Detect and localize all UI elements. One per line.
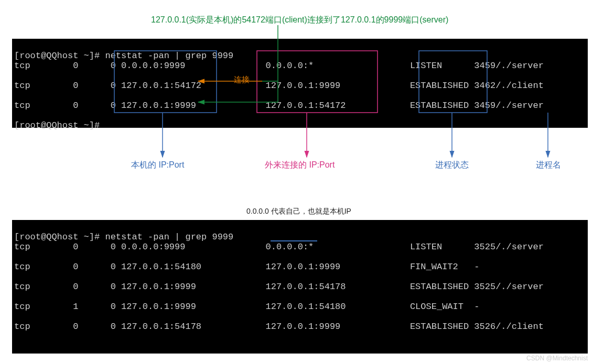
term1-row-0: tcp 0 0 0.0.0.0:9999 0.0.0.0:* LISTEN 34… (14, 61, 544, 71)
term2-row-0: tcp 0 0 0.0.0.0:9999 0.0.0.0:* LISTEN 35… (14, 242, 544, 252)
term2-row-1: tcp 0 0 127.0.0.1:54180 127.0.0.1:9999 F… (14, 262, 480, 272)
term2-row-4: tcp 0 0 127.0.0.1:54178 127.0.0.1:9999 E… (14, 322, 544, 332)
label-foreign-ipport: 外来连接的 IP:Port (265, 160, 335, 171)
term2-row-2: tcp 0 0 127.0.0.1:9999 127.0.0.1:54178 E… (14, 282, 544, 292)
term1-row-1: tcp 0 0 127.0.0.1:54172 127.0.0.1:9999 E… (14, 81, 544, 91)
label-pidname: 进程名 (536, 160, 561, 171)
annotation-top: 127.0.0.1(实际是本机)的54172端口(client)连接到了127.… (151, 15, 448, 26)
term1-line-prompt: [root@QQhost ~]# netstat -pan | grep 999… (14, 51, 233, 61)
label-state: 进程状态 (435, 160, 469, 171)
term2-row-3: tcp 1 0 127.0.0.1:9999 127.0.0.1:54180 C… (14, 302, 480, 312)
term2-line-prompt: [root@QQhost ~]# netstat -pan | grep 999… (14, 232, 233, 242)
terminal-2: [root@QQhost ~]# netstat -pan | grep 999… (12, 220, 588, 354)
label-connect: 连接 (234, 75, 250, 85)
annotation-0000-note: 0.0.0.0 代表自己，也就是本机IP (246, 207, 351, 216)
watermark: CSDN @Mindtechnist (526, 355, 588, 362)
term1-line-prompt2: [root@QQhost ~]# (14, 120, 100, 130)
label-local-ipport: 本机的 IP:Port (131, 160, 184, 171)
terminal-1: [root@QQhost ~]# netstat -pan | grep 999… (12, 39, 588, 128)
term1-row-2: tcp 0 0 127.0.0.1:9999 127.0.0.1:54172 E… (14, 101, 544, 111)
